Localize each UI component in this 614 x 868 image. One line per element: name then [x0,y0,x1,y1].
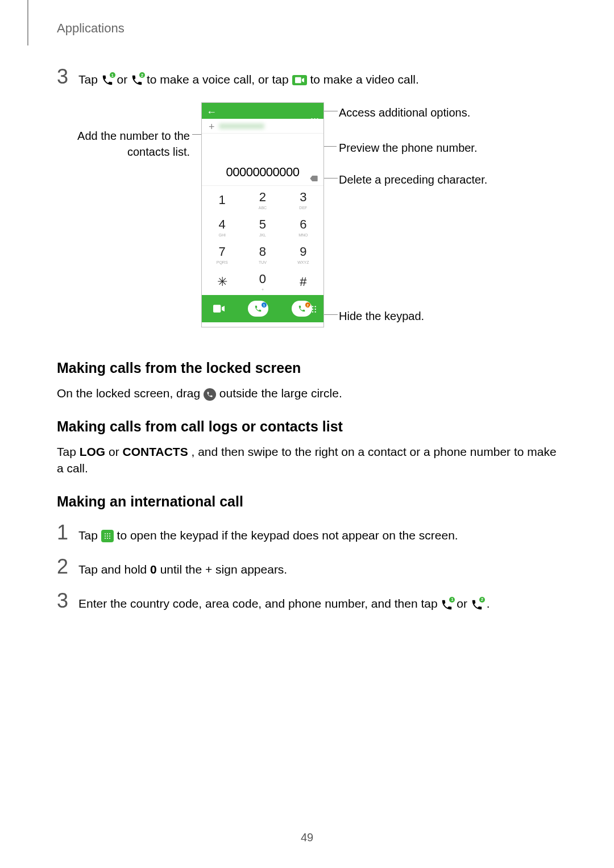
svg-point-8 [315,311,316,312]
svg-point-4 [312,309,313,310]
call-sim2-icon: 2 [131,74,143,86]
svg-point-2 [315,306,316,307]
dialed-number-row: 00000000000 [202,160,323,186]
key-1[interactable]: 1 [202,186,242,213]
intl-step-3: 3 Enter the country code, area code, and… [57,587,557,615]
callout-delete: Delete a preceding character. [339,172,487,188]
svg-point-0 [309,306,310,307]
key-2[interactable]: 2ABC [242,186,283,213]
svg-point-5 [315,309,316,310]
key-6[interactable]: 6MNO [283,213,323,240]
svg-point-13 [107,535,108,537]
callout-hide: Hide the keypad. [339,308,424,324]
text-fragment: Tap [57,445,80,458]
step-3-text: Tap 1 or 2 to make a voice call, or tap … [78,71,419,88]
key-hash[interactable]: # [283,268,323,295]
log-tab-label: LOG [80,445,106,458]
number-preview-area [202,134,323,160]
text-fragment: to make a voice call, or tap [147,73,292,86]
heading-international: Making an international call [57,492,557,512]
intl-step-1: 1 Tap to open the keypad if the keypad d… [57,518,557,547]
step-number: 3 [57,587,78,615]
callout-preview: Preview the phone number. [339,140,478,156]
text-fragment: until the + sign appears. [160,563,288,576]
text-fragment: . [487,597,490,610]
step-number: 3 [57,63,78,91]
key-zero-label: 0 [150,563,157,576]
heading-locked-screen: Making calls from the locked screen [57,358,557,378]
text-fragment: Enter the country code, area code, and p… [78,597,441,610]
lock-phone-icon [204,388,216,401]
intl-step-2: 2 Tap and hold 0 until the + sign appear… [57,553,557,581]
keypad-icon [101,530,114,542]
text-fragment: to open the keypad if the keypad does no… [117,529,458,542]
call-sim1-icon: 1 [101,74,114,86]
text-fragment: to make a video call. [310,73,418,86]
text-fragment: or [109,445,123,458]
svg-point-11 [109,533,110,534]
step-number: 1 [57,518,78,547]
dialer-bottom-bar: 1 2 [202,295,323,322]
svg-point-1 [312,306,313,307]
text-fragment: or [457,597,471,610]
keypad: 1 2ABC 3DEF 4GHI 5JKL 6MNO 7PQRS 8TUV 9W… [202,186,323,295]
svg-point-6 [309,311,310,312]
svg-point-7 [312,311,313,312]
plus-icon: + [209,120,215,134]
dialer-screenshot: ← + 00000000000 1 2ABC 3DEF 4GHI 5JKL 6M… [201,102,324,327]
text-fragment: On the locked screen, drag [57,387,204,400]
dialed-number: 00000000000 [226,164,299,181]
key-9[interactable]: 9WXYZ [283,240,323,268]
text-fragment: outside the large circle. [219,387,342,400]
text-fragment: Tap [78,73,101,86]
locked-screen-text: On the locked screen, drag outside the l… [57,385,557,401]
step-3-top: 3 Tap 1 or 2 to make a voice call, or ta… [57,63,557,91]
svg-point-15 [105,538,106,539]
step-number: 2 [57,553,78,581]
page-number: 49 [0,829,614,845]
svg-point-12 [105,535,106,537]
logs-text: Tap LOG or CONTACTS , and then swipe to … [57,443,557,477]
call-sim2-icon: 2 [471,599,483,611]
key-star[interactable]: ✳ [202,268,242,295]
key-3[interactable]: 3DEF [283,186,323,213]
key-8[interactable]: 8TUV [242,240,283,268]
heading-call-logs: Making calls from call logs or contacts … [57,417,557,437]
add-to-contacts-label-blurred [219,123,264,129]
key-0[interactable]: 0+ [242,268,283,295]
section-header: Applications [57,20,125,38]
dialer-topbar: ← [202,103,323,119]
dialer-diagram: Add the number to the contacts list. Acc… [57,102,557,341]
svg-point-16 [107,538,108,539]
call-sim1-icon: 1 [441,599,453,611]
header-rule [27,0,28,45]
add-to-contacts-row[interactable]: + [202,119,323,134]
hide-keypad-icon[interactable] [309,301,317,317]
video-call-button-icon[interactable] [213,305,225,313]
svg-point-3 [309,309,310,310]
text-fragment: Tap and hold [78,563,150,576]
svg-point-9 [105,533,106,534]
svg-point-10 [107,533,108,534]
call-sim1-button[interactable]: 1 [248,301,268,317]
key-7[interactable]: 7PQRS [202,240,242,268]
callout-add-contacts: Add the number to the contacts list. [53,128,190,160]
video-call-icon [292,75,307,85]
contacts-tab-label: CONTACTS [123,445,188,458]
backspace-icon[interactable] [310,169,318,185]
callout-options: Access additional options. [339,105,470,121]
text-fragment: Tap [78,529,101,542]
key-4[interactable]: 4GHI [202,213,242,240]
svg-point-14 [109,535,110,537]
back-icon[interactable]: ← [206,105,217,119]
text-fragment: or [117,73,131,86]
key-5[interactable]: 5JKL [242,213,283,240]
svg-point-17 [109,538,110,539]
